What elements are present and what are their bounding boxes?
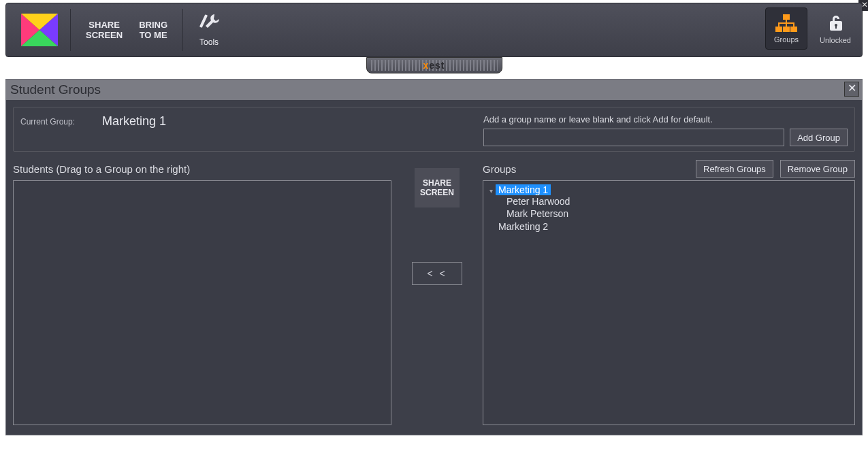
drawer-handle[interactable]: xest (366, 57, 502, 73)
group-label[interactable]: Marketing 1 (496, 184, 551, 195)
bring-to-me-button[interactable]: BRING TO ME (131, 20, 176, 40)
svg-rect-7 (784, 27, 789, 31)
group-name-input[interactable] (483, 129, 784, 146)
students-listbox[interactable] (13, 180, 391, 425)
share-screen-tile[interactable]: SHARE SCREEN (415, 168, 460, 207)
lock-toggle-button[interactable]: Unlocked (814, 7, 856, 50)
group-node[interactable]: Marketing 2 (486, 220, 852, 233)
current-group-row: Current Group: Marketing 1 Add a group n… (13, 107, 855, 152)
main-toolbar: SHARE SCREEN BRING TO ME Tools (5, 3, 863, 57)
add-group-button[interactable]: Add Group (790, 129, 848, 146)
tools-icon (198, 13, 220, 35)
add-group-hint: Add a group name or leave blank and clic… (483, 114, 848, 124)
groups-icon (775, 14, 798, 34)
caret-down-icon[interactable]: ▾ (486, 187, 496, 195)
student-groups-panel: Student Groups ✕ Current Group: Marketin… (5, 79, 863, 435)
svg-rect-8 (791, 27, 797, 31)
share-screen-button[interactable]: SHARE SCREEN (78, 20, 131, 40)
tools-label: Tools (199, 37, 219, 47)
current-group-label: Current Group: (20, 117, 75, 127)
svg-rect-10 (835, 26, 837, 29)
app-logo-icon (16, 10, 63, 50)
unlocked-icon (825, 13, 846, 35)
toolbar-separator (70, 9, 71, 51)
panel-close-button[interactable]: ✕ (844, 82, 859, 97)
groups-toggle-button[interactable]: Groups (765, 7, 807, 50)
tools-button[interactable]: Tools (190, 13, 228, 48)
panel-titlebar: Student Groups ✕ (6, 80, 862, 100)
brand-label: xest (423, 60, 445, 71)
group-node[interactable]: ▾Marketing 1Peter HarwoodMark Peterson (486, 184, 852, 220)
groups-label: Groups (774, 35, 799, 44)
groups-heading: Groups (483, 163, 516, 175)
toolbar-separator (182, 9, 183, 51)
group-member[interactable]: Peter Harwood (507, 195, 852, 207)
move-left-button[interactable]: < < (412, 262, 462, 285)
current-group-value: Marketing 1 (102, 114, 166, 129)
remove-group-button[interactable]: Remove Group (780, 160, 855, 178)
group-label[interactable]: Marketing 2 (496, 221, 551, 232)
svg-rect-5 (784, 15, 789, 19)
students-heading: Students (Drag to a Group on the right) (13, 161, 391, 176)
svg-rect-6 (776, 27, 782, 31)
panel-title-text: Student Groups (10, 82, 101, 97)
refresh-groups-button[interactable]: Refresh Groups (696, 160, 773, 178)
group-member[interactable]: Mark Peterson (507, 207, 852, 220)
unlocked-label: Unlocked (820, 36, 851, 44)
groups-tree[interactable]: ▾Marketing 1Peter HarwoodMark PetersonMa… (483, 180, 855, 425)
